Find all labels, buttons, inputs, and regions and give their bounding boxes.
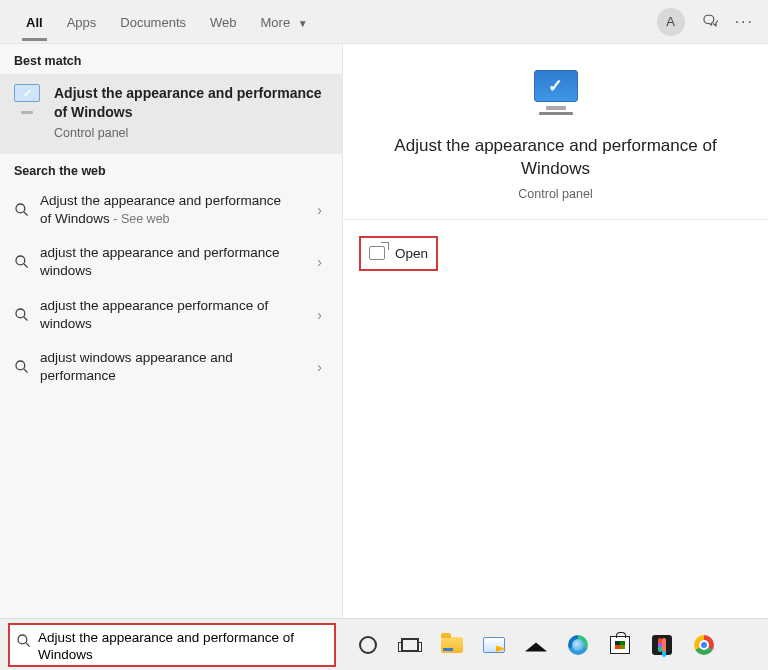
file-explorer-icon[interactable]: [440, 633, 464, 657]
search-icon: [14, 359, 30, 375]
preview-subtitle: Control panel: [363, 187, 748, 201]
search-input[interactable]: [32, 627, 328, 664]
control-panel-icon: ✓: [14, 84, 42, 110]
control-panel-icon: ✓: [363, 70, 748, 115]
chevron-down-icon: ▼: [298, 18, 308, 29]
results-panel: Best match ✓ Adjust the appearance and p…: [0, 44, 343, 618]
mail-icon[interactable]: [482, 633, 506, 657]
tab-documents[interactable]: Documents: [108, 3, 198, 40]
web-result-3[interactable]: adjust windows appearance and performanc…: [0, 341, 342, 393]
svg-line-5: [24, 317, 28, 321]
taskbar: [0, 618, 768, 670]
figma-icon[interactable]: [650, 633, 674, 657]
search-icon: [14, 307, 30, 323]
svg-line-7: [24, 369, 28, 373]
best-match-label: Best match: [0, 44, 342, 74]
svg-point-0: [16, 204, 25, 213]
task-view-icon[interactable]: [398, 633, 422, 657]
web-result-0[interactable]: Adjust the appearance and performance of…: [0, 184, 342, 236]
chevron-right-icon: ›: [311, 202, 328, 218]
best-match-subtitle: Control panel: [54, 126, 328, 140]
svg-point-6: [16, 361, 25, 370]
taskbar-search[interactable]: [8, 623, 336, 667]
web-result-1[interactable]: adjust the appearance and performance wi…: [0, 236, 342, 288]
cortana-icon[interactable]: [356, 633, 380, 657]
web-result-text: adjust the appearance performance of win…: [40, 297, 301, 333]
web-result-text: adjust the appearance and performance wi…: [40, 244, 301, 280]
best-match-result[interactable]: ✓ Adjust the appearance and performance …: [0, 74, 342, 154]
chrome-icon[interactable]: [692, 633, 716, 657]
search-icon: [14, 254, 30, 270]
search-icon: [16, 633, 32, 649]
feedback-icon[interactable]: [701, 13, 719, 31]
svg-line-1: [24, 212, 28, 216]
tab-more-label: More: [261, 15, 291, 30]
chevron-right-icon: ›: [311, 359, 328, 375]
see-web-suffix: - See web: [110, 212, 170, 226]
microsoft-store-icon[interactable]: [608, 633, 632, 657]
edge-icon[interactable]: [566, 633, 590, 657]
svg-point-8: [18, 635, 27, 644]
svg-line-9: [26, 643, 30, 647]
mail-app-icon[interactable]: [524, 633, 548, 657]
search-web-label: Search the web: [0, 154, 342, 184]
tab-all[interactable]: All: [14, 3, 55, 40]
svg-line-3: [24, 264, 28, 268]
preview-title: Adjust the appearance and performance of…: [363, 135, 748, 181]
header-tabs: All Apps Documents Web More ▼ A ···: [0, 0, 768, 44]
open-icon: [369, 246, 385, 260]
best-match-title: Adjust the appearance and performance of…: [54, 84, 328, 122]
tab-web[interactable]: Web: [198, 3, 249, 40]
user-avatar[interactable]: A: [657, 8, 685, 36]
web-result-text: adjust windows appearance and performanc…: [40, 349, 301, 385]
search-icon: [14, 202, 30, 218]
svg-point-2: [16, 256, 25, 265]
preview-panel: ✓ Adjust the appearance and performance …: [343, 44, 768, 618]
chevron-right-icon: ›: [311, 307, 328, 323]
tab-apps[interactable]: Apps: [55, 3, 109, 40]
chevron-right-icon: ›: [311, 254, 328, 270]
svg-point-4: [16, 309, 25, 318]
open-label: Open: [395, 246, 428, 261]
open-action[interactable]: Open: [359, 236, 438, 271]
more-options-icon[interactable]: ···: [735, 13, 754, 31]
web-result-2[interactable]: adjust the appearance performance of win…: [0, 289, 342, 341]
tab-more[interactable]: More ▼: [249, 3, 320, 40]
